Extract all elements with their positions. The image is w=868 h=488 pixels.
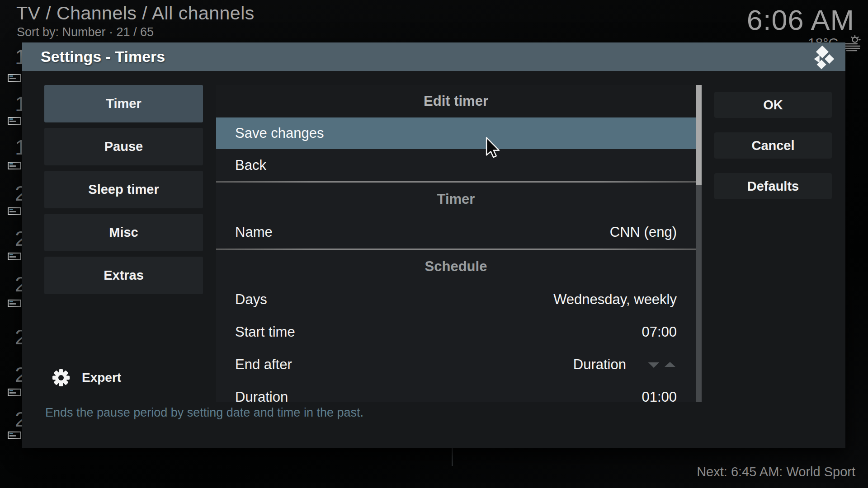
settings-list: Edit timerSave changesBackTimerNameCNN (… [216,85,696,402]
channel-progress-icon [8,207,21,215]
scrollbar-thumb[interactable] [696,85,702,185]
setting-label: Duration [235,389,642,402]
setting-value: 01:00 [642,389,677,402]
setting-row-start-time[interactable]: Start time07:00 [216,316,696,348]
sidebar-item-pause[interactable]: Pause [44,128,203,165]
value-spinner [647,360,677,369]
setting-row-duration[interactable]: Duration01:00 [216,381,696,402]
setting-label: Name [235,224,610,240]
row-timer: Timer [216,183,696,216]
setting-row-days[interactable]: DaysWednesday, weekly [216,283,696,316]
spinner-up-icon[interactable] [663,360,677,369]
setting-row-end-after[interactable]: End afterDuration [216,348,696,381]
setting-value: CNN (eng) [610,224,677,240]
clock: 6:06 AM [747,4,854,36]
setting-label: End after [235,357,573,373]
settings-timers-dialog: Settings - Timers TimerPauseSleep timerM… [22,42,845,448]
row-schedule: Schedule [216,250,696,283]
channel-progress-icon [8,432,21,439]
sort-info: Sort by: Number · 21 / 65 [17,25,154,39]
channel-progress-icon [8,253,21,260]
sidebar-item-sleep-timer[interactable]: Sleep timer [44,171,203,208]
scrollbar-track [696,85,702,402]
sidebar-item-misc[interactable]: Misc [44,214,203,251]
setting-row-name[interactable]: NameCNN (eng) [216,216,696,249]
channel-progress-icon [8,389,21,396]
dialog-title: Settings - Timers [41,48,165,66]
row-back[interactable]: Back [216,149,696,181]
sidebar-item-timer[interactable]: Timer [44,85,203,122]
gear-icon [52,369,70,387]
settings-level-label: Expert [82,371,121,385]
setting-label: Start time [235,324,642,340]
breadcrumb: TV / Channels / All channels [16,3,255,24]
spinner-down-icon[interactable] [647,360,660,369]
mouse-cursor [485,137,500,160]
kodi-logo-icon [809,44,835,70]
channel-progress-icon [8,300,21,307]
help-text: Ends the pause period by setting date an… [45,406,363,420]
cancel-button[interactable]: Cancel [714,132,832,159]
dialog-titlebar: Settings - Timers [22,42,845,71]
background-divider [452,448,453,466]
next-program-info: Next: 6:45 AM: World Sport [697,465,855,479]
defaults-button[interactable]: Defaults [714,173,832,199]
screen: TV / Channels / All channels Sort by: Nu… [0,0,868,488]
row-edit-timer: Edit timer [216,85,696,117]
setting-value: 07:00 [642,324,677,340]
setting-value: Wednesday, weekly [553,291,677,308]
sidebar-item-extras[interactable]: Extras [44,257,203,294]
row-save-changes[interactable]: Save changes [216,117,696,149]
setting-value: Duration [573,357,626,373]
setting-label: Days [235,291,553,308]
channel-progress-icon [8,117,21,125]
settings-level-toggle[interactable]: Expert [52,369,121,387]
channel-progress-icon [8,162,21,169]
ok-button[interactable]: OK [714,92,832,118]
channel-progress-icon [8,74,21,82]
